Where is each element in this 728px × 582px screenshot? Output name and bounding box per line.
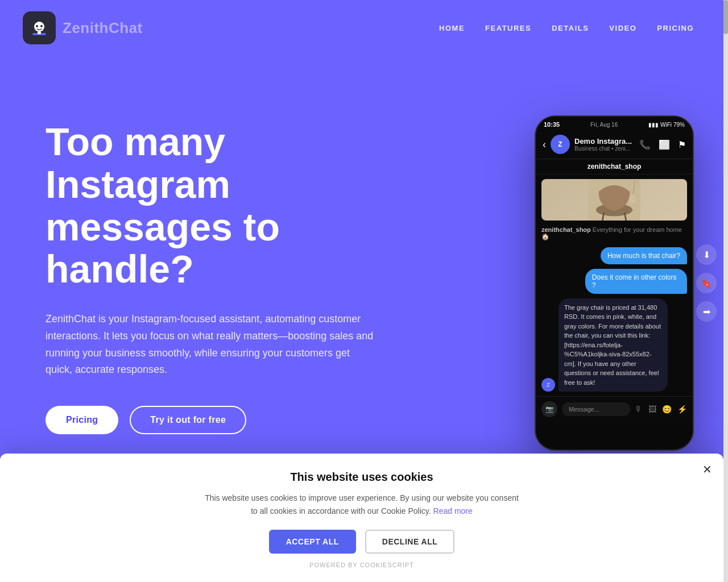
svg-point-2 <box>36 25 38 27</box>
wifi-icon: WiFi <box>660 122 672 128</box>
camera-icon[interactable]: 📷 <box>541 401 557 417</box>
phone-time: 10:35 <box>544 121 560 128</box>
cookie-buttons: ACCEPT ALL DECLINE ALL <box>23 530 701 554</box>
phone-side-actions: ⬇ 🔖 ➡ <box>696 244 717 322</box>
cookie-banner: ✕ This website uses cookies This website… <box>0 454 723 582</box>
bot-reply-row: Z The gray chair is priced at 31,480 RSD… <box>541 298 687 392</box>
header-action-icons: 📞 ⬜ ⚑ <box>639 139 686 150</box>
video-icon[interactable]: ⬜ <box>659 139 670 150</box>
phone-indicators: ▮▮▮ WiFi 79% <box>648 122 685 128</box>
more-icon[interactable]: ⚡ <box>677 405 687 414</box>
flag-icon[interactable]: ⚑ <box>678 139 686 150</box>
bot-message: The gray chair is priced at 31,480 RSD. … <box>559 298 668 392</box>
back-icon[interactable]: ‹ <box>543 139 546 151</box>
nav-video[interactable]: VIDEO <box>609 24 636 32</box>
nav-details[interactable]: DETAILS <box>552 24 589 32</box>
svg-point-10 <box>630 194 636 205</box>
side-send-icon[interactable]: ➡ <box>696 301 717 322</box>
logo-area: ZenithChat <box>23 11 143 44</box>
svg-rect-5 <box>38 32 41 34</box>
mic-icon[interactable]: 🎙 <box>635 405 643 414</box>
scrollbar[interactable] <box>723 0 728 582</box>
accept-all-button[interactable]: ACCEPT ALL <box>269 530 356 554</box>
svg-point-3 <box>40 25 43 27</box>
cookie-read-more-link[interactable]: Read more <box>433 506 473 516</box>
header-info: Demo Instagra... Business chat • zeni... <box>574 137 635 152</box>
try-free-button[interactable]: Try it out for free <box>130 406 246 434</box>
message-input[interactable]: Message... <box>562 402 630 416</box>
hero-section: Too many Instagram messages to handle? Z… <box>0 56 728 499</box>
bot-avatar: Z <box>541 378 555 392</box>
scrollbar-thumb[interactable] <box>723 0 728 34</box>
logo-name: ZenithChat <box>63 19 143 37</box>
side-filter-icon[interactable]: ⬇ <box>696 244 717 265</box>
side-bookmark-icon[interactable]: 🔖 <box>696 273 717 293</box>
user-message-2: Does it come in other colors ? <box>585 269 687 294</box>
cookie-text: This website uses cookies to improve use… <box>202 492 521 517</box>
sticker-icon[interactable]: 😊 <box>662 405 672 414</box>
pricing-button[interactable]: Pricing <box>46 406 118 434</box>
chat-avatar: Z <box>551 135 570 154</box>
battery-indicator: 79% <box>673 122 685 128</box>
nav-home[interactable]: HOME <box>439 24 465 32</box>
phone-chat-header: ‹ Z Demo Instagra... Business chat • zen… <box>536 130 693 159</box>
send-icons: 🎙 🖼 😊 ⚡ <box>635 405 687 414</box>
phone-container: 10:35 Fri, Aug 16 ▮▮▮ WiFi 79% ‹ Z Demo … <box>535 115 694 451</box>
svg-point-1 <box>34 22 44 32</box>
nav-features[interactable]: FEATURES <box>485 24 531 32</box>
hero-title: Too many Instagram messages to handle? <box>46 120 398 290</box>
svg-rect-11 <box>630 204 635 206</box>
hero-right: 10:35 Fri, Aug 16 ▮▮▮ WiFi 79% ‹ Z Demo … <box>535 115 694 451</box>
phone-icon[interactable]: 📞 <box>639 139 651 150</box>
signal-icon: ▮▮▮ <box>648 122 659 128</box>
user-message-1: How much is that chair? <box>601 247 687 264</box>
cookie-powered-by: POWERED BY COOKIESCRIPT <box>23 562 701 568</box>
cookie-title: This website uses cookies <box>23 471 701 484</box>
phone-date: Fri, Aug 16 <box>590 122 618 128</box>
chat-name: Demo Instagra... <box>574 137 635 146</box>
nav-pricing[interactable]: PRICING <box>657 24 694 32</box>
phone-status-bar: 10:35 Fri, Aug 16 ▮▮▮ WiFi 79% <box>536 117 693 130</box>
hero-buttons: Pricing Try it out for free <box>46 406 398 434</box>
shop-name-row: zenithchat_shop <box>536 159 693 174</box>
logo-svg <box>29 18 49 38</box>
image-icon[interactable]: 🖼 <box>648 405 656 414</box>
decline-all-button[interactable]: DECLINE ALL <box>365 530 455 554</box>
nav-links: HOME FEATURES DETAILS VIDEO PRICING <box>439 24 694 32</box>
logo-icon <box>23 11 56 44</box>
hero-description: ZenithChat is your Instagram-focused ass… <box>46 311 375 379</box>
chair-svg <box>586 179 643 221</box>
phone-chat-body: zenithchat_shop Everything for your drea… <box>536 174 693 396</box>
cookie-close-button[interactable]: ✕ <box>702 463 712 476</box>
hero-left: Too many Instagram messages to handle? Z… <box>46 120 398 434</box>
chat-sub: Business chat • zeni... <box>574 146 635 152</box>
phone-mockup: 10:35 Fri, Aug 16 ▮▮▮ WiFi 79% ‹ Z Demo … <box>535 115 694 451</box>
navbar: ZenithChat HOME FEATURES DETAILS VIDEO P… <box>0 0 728 56</box>
shop-caption: zenithchat_shop Everything for your drea… <box>541 225 687 243</box>
product-image <box>541 179 687 221</box>
phone-send-bar: 📷 Message... 🎙 🖼 😊 ⚡ <box>536 396 693 422</box>
